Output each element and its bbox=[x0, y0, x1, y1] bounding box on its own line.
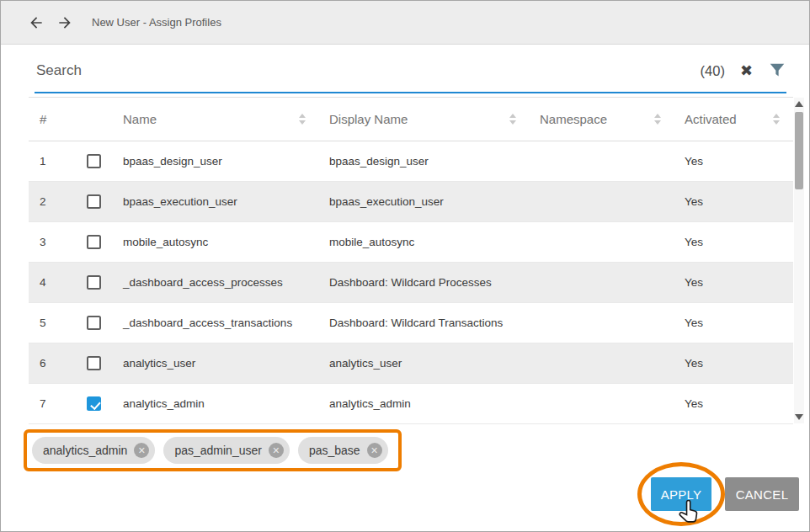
cell-activated: Yes bbox=[674, 182, 793, 222]
column-header-display-name: Display Name bbox=[329, 112, 408, 126]
profiles-table: # Name Display Name Namespace Activated … bbox=[29, 97, 793, 424]
cell-name: analytics_admin bbox=[113, 384, 319, 424]
cell-display-name: analytics_user bbox=[319, 343, 530, 384]
assign-profiles-dialog: New User - Assign Profiles (40) ✖ # Name bbox=[0, 0, 810, 532]
column-header-activated: Activated bbox=[685, 112, 737, 126]
column-header-namespace: Namespace bbox=[540, 112, 607, 126]
row-number: 3 bbox=[29, 222, 81, 263]
row-number: 5 bbox=[29, 303, 81, 343]
sort-icon[interactable] bbox=[509, 114, 516, 125]
chip-label: pas_base bbox=[309, 444, 360, 457]
row-checkbox[interactable] bbox=[87, 235, 101, 249]
clear-search-icon[interactable]: ✖ bbox=[740, 63, 753, 78]
forward-icon[interactable] bbox=[56, 14, 73, 31]
cell-name: _dashboard_access_processes bbox=[113, 263, 319, 303]
cell-display-name: Dashboard: Wildcard Processes bbox=[319, 263, 530, 303]
cell-namespace bbox=[530, 141, 674, 182]
selected-profiles-section: analytics_admin × pas_admin_user × pas_b… bbox=[1, 424, 809, 471]
cell-activated: Yes bbox=[674, 263, 793, 303]
chip-remove-icon[interactable]: × bbox=[134, 443, 149, 458]
dialog-header: New User - Assign Profiles bbox=[1, 1, 809, 45]
chip-label: pas_admin_user bbox=[174, 444, 262, 457]
cell-namespace bbox=[530, 263, 674, 303]
scrollbar-thumb[interactable] bbox=[795, 112, 803, 189]
cell-namespace bbox=[530, 384, 674, 424]
table-row[interactable]: 6 analytics_user analytics_user Yes bbox=[29, 343, 793, 384]
sort-icon[interactable] bbox=[299, 114, 306, 125]
table-row[interactable]: 2 bpaas_execution_user bpaas_execution_u… bbox=[29, 182, 793, 222]
back-icon[interactable] bbox=[28, 14, 45, 31]
search-input[interactable] bbox=[35, 61, 685, 80]
table-header-row: # Name Display Name Namespace Activated bbox=[29, 98, 793, 141]
table-row[interactable]: 7 analytics_admin analytics_admin Yes bbox=[29, 384, 793, 424]
cell-namespace bbox=[530, 182, 674, 222]
row-checkbox[interactable] bbox=[87, 154, 101, 168]
cell-name: analytics_user bbox=[113, 343, 319, 384]
profile-chip: analytics_admin × bbox=[32, 437, 155, 464]
row-checkbox[interactable] bbox=[87, 275, 101, 290]
cell-activated: Yes bbox=[674, 222, 793, 263]
cell-activated: Yes bbox=[674, 384, 793, 424]
sort-icon[interactable] bbox=[773, 114, 780, 125]
sort-icon[interactable] bbox=[654, 114, 661, 125]
scroll-up-icon[interactable] bbox=[795, 101, 803, 107]
table-row[interactable]: 1 bpaas_design_user bpaas_design_user Ye… bbox=[29, 141, 793, 182]
row-checkbox[interactable] bbox=[87, 396, 101, 411]
scroll-down-icon[interactable] bbox=[795, 414, 803, 420]
profile-chip: pas_admin_user × bbox=[163, 437, 290, 464]
cell-name: bpaas_execution_user bbox=[113, 182, 319, 222]
cell-name: bpaas_design_user bbox=[113, 141, 319, 182]
chip-label: analytics_admin bbox=[43, 444, 127, 457]
row-checkbox[interactable] bbox=[87, 194, 101, 209]
apply-button-area: APPLY bbox=[651, 477, 711, 511]
cell-namespace bbox=[530, 303, 674, 343]
cell-activated: Yes bbox=[674, 343, 793, 384]
chip-remove-icon[interactable]: × bbox=[367, 443, 382, 458]
cell-activated: Yes bbox=[674, 303, 793, 343]
row-number: 2 bbox=[29, 182, 81, 222]
cell-activated: Yes bbox=[674, 141, 793, 182]
cell-display-name: Dashboard: Wildcard Transactions bbox=[319, 303, 530, 343]
cell-display-name: bpaas_execution_user bbox=[319, 182, 530, 222]
result-count: (40) bbox=[701, 63, 725, 79]
search-section: (40) ✖ bbox=[1, 45, 809, 97]
table-row[interactable]: 3 mobile_autosync mobile_autosync Yes bbox=[29, 222, 793, 263]
cancel-button[interactable]: CANCEL bbox=[725, 477, 799, 511]
filter-funnel-icon[interactable] bbox=[768, 61, 786, 80]
column-header-name: Name bbox=[123, 112, 157, 126]
row-number: 6 bbox=[29, 343, 81, 384]
cell-display-name: analytics_admin bbox=[319, 384, 530, 424]
row-number: 7 bbox=[29, 384, 81, 424]
apply-button[interactable]: APPLY bbox=[651, 477, 711, 511]
profiles-table-region: # Name Display Name Namespace Activated … bbox=[1, 97, 809, 424]
cell-display-name: mobile_autosync bbox=[319, 222, 530, 263]
cell-namespace bbox=[530, 343, 674, 384]
cell-name: mobile_autosync bbox=[113, 222, 319, 263]
page-title: New User - Assign Profiles bbox=[92, 16, 221, 29]
row-number: 4 bbox=[29, 263, 81, 303]
row-number: 1 bbox=[29, 141, 81, 182]
vertical-scrollbar[interactable] bbox=[794, 98, 804, 423]
cell-name: _dashboard_access_transactions bbox=[113, 303, 319, 343]
profile-chip: pas_base × bbox=[298, 437, 388, 464]
row-checkbox[interactable] bbox=[87, 316, 101, 330]
column-header-number: # bbox=[40, 112, 46, 126]
cell-display-name: bpaas_design_user bbox=[319, 141, 530, 182]
table-row[interactable]: 4 _dashboard_access_processes Dashboard:… bbox=[29, 263, 793, 303]
dialog-footer: APPLY CANCEL bbox=[1, 471, 809, 511]
cell-namespace bbox=[530, 222, 674, 263]
annotation-chips-highlight: analytics_admin × pas_admin_user × pas_b… bbox=[24, 429, 402, 471]
row-checkbox[interactable] bbox=[87, 356, 101, 370]
chip-remove-icon[interactable]: × bbox=[269, 443, 284, 458]
table-row[interactable]: 5 _dashboard_access_transactions Dashboa… bbox=[29, 303, 793, 343]
search-bar: (40) ✖ bbox=[35, 50, 786, 93]
